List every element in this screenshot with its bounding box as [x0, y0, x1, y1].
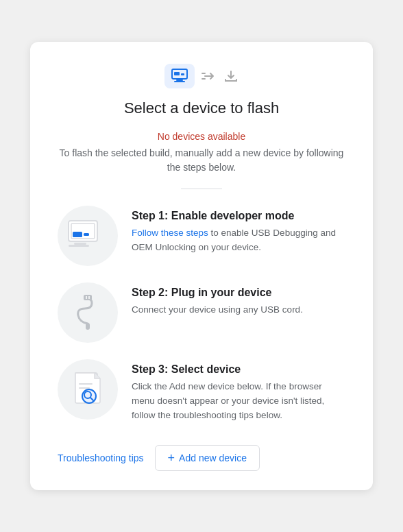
step-2-content: Step 2: Plug in your device Connect your… [132, 282, 345, 317]
add-new-device-button[interactable]: + Add new device [155, 445, 260, 471]
step-3-title: Step 3: Select device [132, 363, 345, 376]
svg-rect-1 [176, 80, 183, 81]
plus-icon: + [168, 452, 175, 464]
svg-rect-14 [86, 323, 90, 330]
svg-rect-10 [69, 245, 89, 247]
step-1-title: Step 1: Enable developer mode [132, 210, 345, 222]
svg-rect-3 [174, 72, 180, 75]
main-card: Select a device to flash No devices avai… [30, 42, 373, 490]
no-devices-status: No devices available [58, 131, 345, 142]
divider [181, 189, 222, 189]
subtitle-text: To flash the selected build, manually ad… [58, 146, 345, 175]
svg-rect-4 [181, 73, 184, 75]
svg-rect-2 [174, 81, 185, 82]
step-3-content: Step 3: Select device Click the Add new … [132, 359, 345, 423]
page-title: Select a device to flash [58, 99, 345, 117]
step-3-desc: Click the Add new device below. If the b… [132, 380, 345, 423]
device-icon [171, 69, 188, 84]
step-2-desc: Connect your device using any USB cord. [132, 303, 345, 317]
device-icon-box [164, 64, 195, 88]
top-icons [58, 64, 345, 88]
step-1-content: Step 1: Enable developer mode Follow the… [132, 206, 345, 255]
usb-plug-icon [66, 291, 110, 335]
add-device-label: Add new device [179, 452, 247, 463]
svg-rect-9 [74, 243, 86, 245]
step-2-icon-wrap [58, 282, 118, 343]
troubleshooting-tips-link[interactable]: Troubleshooting tips [58, 452, 144, 463]
arrow-icon [202, 71, 217, 82]
follow-steps-link[interactable]: Follow these steps [132, 228, 208, 238]
step-1: Step 1: Enable developer mode Follow the… [58, 206, 345, 266]
step-1-desc: Follow these steps to enable USB Debuggi… [132, 226, 345, 255]
step-2-title: Step 2: Plug in your device [132, 287, 345, 299]
footer: Troubleshooting tips + Add new device [58, 439, 345, 471]
download-icon [223, 69, 239, 83]
step-1-icon-wrap [58, 206, 118, 266]
select-device-icon [66, 367, 110, 411]
step-2: Step 2: Plug in your device Connect your… [58, 282, 345, 343]
svg-rect-8 [84, 233, 89, 236]
svg-rect-7 [73, 232, 82, 237]
svg-rect-11 [84, 295, 92, 300]
step-3: Step 3: Select device Click the Add new … [58, 359, 345, 423]
step-3-icon-wrap [58, 359, 118, 420]
developer-mode-icon [64, 218, 111, 254]
